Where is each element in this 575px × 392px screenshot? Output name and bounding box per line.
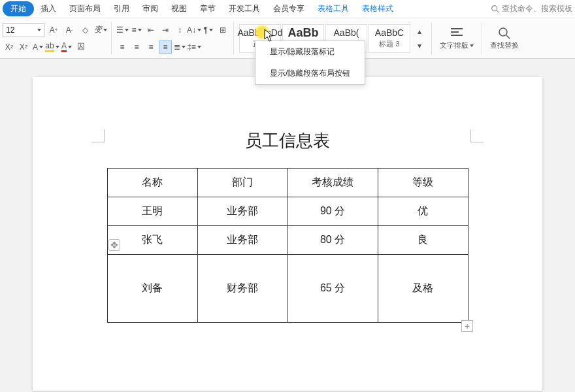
font-size-select[interactable]: 12 [3, 23, 44, 37]
style-scroll-up-icon[interactable]: ▴ [413, 25, 426, 38]
menu-tab-review[interactable]: 审阅 [136, 1, 165, 17]
tab-stops-icon[interactable]: ⊞ [216, 24, 229, 37]
decrease-indent-icon[interactable]: ⇤ [144, 24, 157, 37]
margin-corner [470, 129, 484, 142]
menu-tab-member[interactable]: 会员专享 [267, 1, 311, 17]
align-justify-icon[interactable]: ≡ [159, 41, 172, 54]
align-left-icon[interactable]: ≡ [116, 41, 129, 54]
employee-table[interactable]: 名称 部门 考核成绩 等级 王明 业务部 90 分 优 张飞 业务部 80 分 … [107, 168, 468, 323]
sort-icon[interactable]: ↕ [173, 24, 186, 37]
table-cell[interactable]: 王明 [107, 197, 197, 226]
font-char-format-icon[interactable]: A [31, 41, 44, 54]
menu-item-toggle-layout-buttons[interactable]: 显示/隐藏段落布局按钮 [255, 63, 365, 84]
style-heading3[interactable]: AaBbC 标题 3 [369, 24, 410, 53]
find-replace-button[interactable]: 查找替换 [484, 18, 525, 58]
bullets-icon[interactable]: ☰ [116, 24, 129, 37]
menu-tab-tabletools[interactable]: 表格工具 [311, 1, 355, 17]
separator [482, 22, 482, 54]
svg-rect-4 [451, 35, 463, 36]
change-case-icon[interactable]: 变 [94, 24, 107, 37]
search-icon [491, 5, 499, 13]
font-size-value: 12 [6, 25, 14, 35]
separator [111, 22, 112, 54]
command-search-placeholder: 查找命令、搜索模板 [502, 3, 572, 14]
show-marks-icon[interactable]: ¶ [202, 24, 215, 37]
table-row[interactable]: 刘备 财务部 65 分 及格 [107, 255, 468, 323]
paragraph-marks-menu: 显示/隐藏段落标记 显示/隐藏段落布局按钮 [255, 41, 365, 85]
svg-line-6 [506, 35, 510, 39]
font-color-icon[interactable]: A [60, 41, 73, 54]
font-group: 12 A+ A- ◇ 变 X2 X2 A ab A 囚 [0, 18, 110, 58]
table-cell[interactable]: 90 分 [288, 197, 378, 226]
menu-tab-chapter[interactable]: 章节 [193, 1, 222, 17]
text-layout-icon [450, 26, 464, 39]
menu-tab-reference[interactable]: 引用 [107, 1, 136, 17]
menu-tab-tablestyle[interactable]: 表格样式 [355, 1, 400, 17]
separator [431, 22, 432, 54]
table-header-cell[interactable]: 等级 [378, 169, 468, 197]
table-cell[interactable]: 财务部 [197, 255, 288, 323]
style-sample: AaBb [288, 26, 318, 40]
svg-rect-3 [451, 31, 459, 33]
svg-rect-2 [451, 28, 463, 29]
superscript-icon[interactable]: X2 [3, 41, 16, 54]
numbering-icon[interactable]: ≡ [130, 24, 143, 37]
find-replace-label: 查找替换 [490, 41, 519, 50]
table-header-row[interactable]: 名称 部门 考核成绩 等级 [107, 169, 468, 197]
menu-item-toggle-para-marks[interactable]: 显示/隐藏段落标记 [255, 41, 365, 63]
table-row[interactable]: 张飞 业务部 80 分 良 [107, 226, 468, 255]
svg-line-1 [497, 10, 499, 12]
table-header-cell[interactable]: 考核成绩 [288, 169, 378, 197]
table-move-handle[interactable]: ✥ [108, 239, 120, 251]
style-scroll-down-icon[interactable]: ▾ [413, 39, 426, 52]
menu-tab-pagelayout[interactable]: 页面布局 [63, 1, 107, 17]
document-title: 员工信息表 [33, 129, 542, 152]
separator [233, 22, 234, 54]
table-header-cell[interactable]: 部门 [197, 169, 288, 197]
table-row[interactable]: 王明 业务部 90 分 优 [107, 197, 468, 226]
style-sample: AaBbC [375, 27, 404, 38]
decrease-font-icon[interactable]: A- [63, 24, 76, 37]
align-center-icon[interactable]: ≡ [130, 41, 143, 54]
find-replace-icon [497, 26, 512, 39]
table-cell[interactable]: 业务部 [197, 197, 288, 226]
table-cell[interactable]: 及格 [378, 255, 468, 323]
chevron-down-icon [37, 29, 41, 31]
align-right-icon[interactable]: ≡ [144, 41, 157, 54]
table-add-col-handle[interactable]: + [461, 320, 473, 332]
margin-corner [91, 129, 105, 142]
menu-bar: 开始 插入 页面布局 引用 审阅 视图 章节 开发工具 会员专享 表格工具 表格… [0, 0, 575, 18]
line-spacing-icon[interactable]: ‡≡ [188, 41, 201, 54]
table-cell[interactable]: 优 [378, 197, 468, 226]
increase-indent-icon[interactable]: ⇥ [159, 24, 172, 37]
menu-tab-insert[interactable]: 插入 [34, 1, 63, 17]
text-direction-icon[interactable]: A↓ [188, 24, 201, 37]
menu-tab-view[interactable]: 视图 [165, 1, 193, 17]
table-cell[interactable]: 刘备 [107, 255, 197, 323]
highlight-color-icon[interactable]: ab [46, 41, 59, 54]
char-border-icon[interactable]: 囚 [74, 41, 88, 54]
clear-format-icon[interactable]: ◇ [78, 24, 91, 37]
style-sample: AaBb( [334, 27, 359, 38]
increase-font-icon[interactable]: A+ [47, 24, 60, 37]
menu-tab-devtools[interactable]: 开发工具 [222, 1, 267, 17]
table-cell[interactable]: 65 分 [288, 255, 378, 323]
table-header-cell[interactable]: 名称 [107, 169, 197, 197]
table-cell[interactable]: 良 [378, 226, 468, 255]
svg-point-0 [492, 6, 497, 11]
document-viewport: 员工信息表 名称 部门 考核成绩 等级 王明 业务部 90 分 优 张飞 业务部… [0, 59, 575, 392]
style-label: 标题 3 [379, 39, 399, 49]
table-cell[interactable]: 业务部 [197, 226, 288, 255]
table-cell[interactable]: 张飞 [107, 226, 197, 255]
menu-tab-start[interactable]: 开始 [3, 1, 34, 16]
document-page: 员工信息表 名称 部门 考核成绩 等级 王明 业务部 90 分 优 张飞 业务部… [33, 77, 542, 391]
table-cell[interactable]: 80 分 [288, 226, 378, 255]
command-search[interactable]: 查找命令、搜索模板 [491, 3, 572, 14]
text-layout-label: 文字排版 [440, 41, 468, 50]
distribute-icon[interactable]: ≣ [173, 41, 186, 54]
svg-point-5 [499, 28, 507, 36]
chevron-down-icon [470, 44, 474, 47]
subscript-icon[interactable]: X2 [17, 41, 30, 54]
paragraph-group: ☰ ≡ ⇤ ⇥ ↕ A↓ ¶ ⊞ ≡ ≡ ≡ ≡ ≣ ‡≡ [113, 18, 232, 58]
text-layout-button[interactable]: 文字排版 [433, 18, 480, 58]
